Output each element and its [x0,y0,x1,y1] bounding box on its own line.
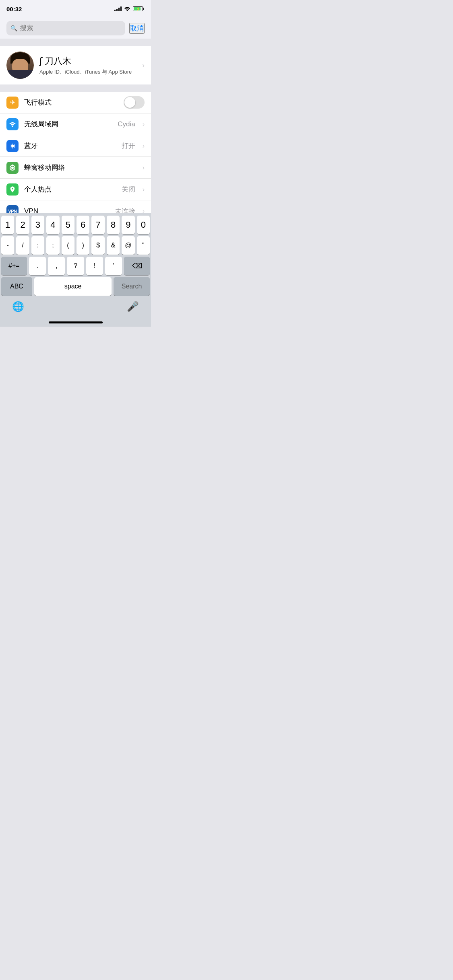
key-1[interactable]: 1 [1,216,14,234]
hotspot-chevron-icon: › [143,186,145,193]
airplane-toggle[interactable] [124,96,145,109]
cancel-button[interactable]: 取消 [129,23,145,34]
settings-section: ✈ 飞行模式 无线局域网 Cydia › ∗ 蓝牙 打开 › 蜂窝移动网络 › … [0,92,151,222]
profile-name: ʃ 刀八木 [39,55,137,67]
section-gap-2 [0,84,151,92]
globe-icon[interactable]: 🌐 [12,301,24,312]
search-input-wrapper[interactable]: 🔍 [6,21,125,35]
delete-key[interactable]: ⌫ [124,257,150,275]
cellular-chevron-icon: › [143,164,145,171]
key-slash[interactable]: / [16,236,29,255]
wifi-row[interactable]: 无线局域网 Cydia › [0,113,151,135]
keyboard-row-1: 1 2 3 4 5 6 7 8 9 0 [1,216,150,234]
key-apostrophe[interactable]: ' [105,257,122,275]
search-bar-container: 🔍 取消 [0,18,151,39]
hotspot-row[interactable]: 个人热点 关闭 › [0,179,151,200]
airplane-label: 飞行模式 [24,98,118,107]
key-ampersand[interactable]: & [107,236,120,255]
microphone-icon[interactable]: 🎤 [127,301,139,312]
key-lparen[interactable]: ( [62,236,74,255]
cellular-row[interactable]: 蜂窝移动网络 › [0,157,151,179]
key-2[interactable]: 2 [16,216,29,234]
bluetooth-row[interactable]: ∗ 蓝牙 打开 › [0,135,151,157]
key-dollar[interactable]: $ [91,236,104,255]
key-hashplusequals[interactable]: #+= [1,257,27,275]
wifi-status-icon [124,6,130,12]
key-quote[interactable]: " [137,236,150,255]
bluetooth-chevron-icon: › [143,142,145,150]
status-bar: 00:32 ⚡ [0,0,151,18]
key-question[interactable]: ? [67,257,84,275]
key-7[interactable]: 7 [91,216,104,234]
bluetooth-icon: ∗ [6,140,19,152]
status-time: 00:32 [6,6,22,12]
signal-icon [114,6,122,11]
home-indicator [0,318,151,327]
home-bar [49,321,103,323]
profile-chevron-icon: › [142,61,145,70]
key-3[interactable]: 3 [31,216,44,234]
hotspot-value: 关闭 [122,185,135,194]
key-colon[interactable]: : [31,236,44,255]
key-4[interactable]: 4 [46,216,59,234]
key-semicolon[interactable]: ; [46,236,59,255]
hotspot-icon [6,183,19,196]
key-8[interactable]: 8 [107,216,120,234]
keyboard: 1 2 3 4 5 6 7 8 9 0 - / : ; ( ) $ & @ " … [0,213,151,327]
key-at[interactable]: @ [122,236,134,255]
keyboard-row-4: ABC space Search [1,277,150,296]
key-exclamation[interactable]: ! [86,257,103,275]
keyboard-row-3: #+= . , ? ! ' ⌫ [1,257,150,275]
key-search[interactable]: Search [114,277,150,296]
status-icons: ⚡ [114,6,143,12]
profile-section[interactable]: ʃ 刀八木 Apple ID、iCloud、iTunes 与 App Store… [0,46,151,84]
key-0[interactable]: 0 [137,216,150,234]
wifi-label: 无线局域网 [24,119,112,129]
profile-subtitle: Apple ID、iCloud、iTunes 与 App Store [39,68,137,76]
airplane-mode-row[interactable]: ✈ 飞行模式 [0,92,151,113]
key-6[interactable]: 6 [77,216,89,234]
key-period[interactable]: . [29,257,46,275]
keyboard-bottom-bar: 🌐 🎤 [0,297,151,318]
key-abc[interactable]: ABC [1,277,32,296]
airplane-icon: ✈ [6,97,19,109]
avatar [6,51,34,79]
hotspot-label: 个人热点 [24,185,116,194]
key-minus[interactable]: - [1,236,14,255]
keyboard-row-2: - / : ; ( ) $ & @ " [1,236,150,255]
bluetooth-label: 蓝牙 [24,141,116,150]
bluetooth-value: 打开 [122,141,135,150]
wifi-icon [6,118,19,130]
wifi-value: Cydia [118,120,135,128]
cellular-label: 蜂窝移动网络 [24,163,137,172]
key-rparen[interactable]: ) [77,236,89,255]
keyboard-rows: 1 2 3 4 5 6 7 8 9 0 - / : ; ( ) $ & @ " … [0,213,151,297]
key-5[interactable]: 5 [62,216,74,234]
cellular-icon [6,162,19,174]
key-9[interactable]: 9 [122,216,134,234]
battery-icon: ⚡ [133,6,143,11]
key-space[interactable]: space [34,277,112,296]
search-input[interactable] [20,24,121,32]
search-icon: 🔍 [10,25,17,31]
profile-info: ʃ 刀八木 Apple ID、iCloud、iTunes 与 App Store [39,55,137,76]
key-comma[interactable]: , [48,257,65,275]
section-gap-1 [0,39,151,46]
wifi-chevron-icon: › [143,121,145,128]
svg-point-1 [11,167,14,169]
